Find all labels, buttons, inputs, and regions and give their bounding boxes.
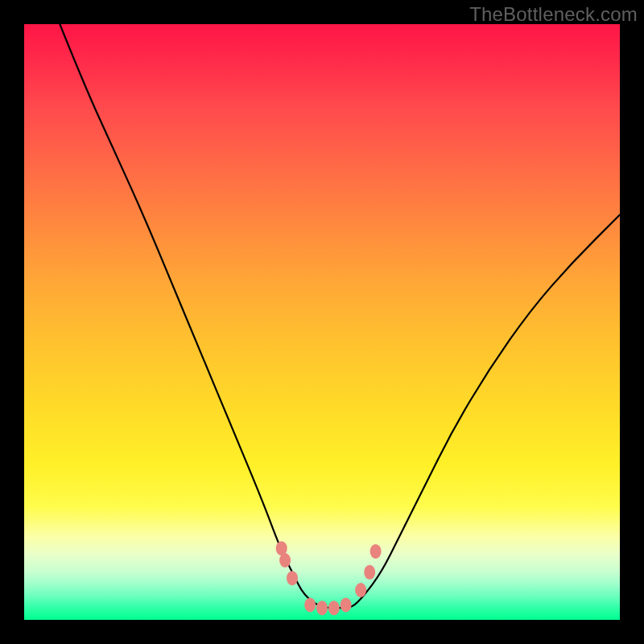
plot-area xyxy=(24,24,620,620)
curve-marker xyxy=(287,571,298,585)
curve-marker xyxy=(341,598,352,613)
curve-markers xyxy=(276,541,382,615)
curve-marker xyxy=(370,544,382,559)
curve-marker xyxy=(316,601,328,615)
curve-svg xyxy=(24,24,620,620)
curve-marker xyxy=(364,565,375,580)
watermark-text: TheBottleneck.com xyxy=(469,3,638,26)
chart-frame: TheBottleneck.com xyxy=(0,0,644,644)
bottleneck-curve-line xyxy=(60,24,620,608)
curve-marker xyxy=(355,583,366,597)
curve-marker xyxy=(328,601,340,615)
curve-marker xyxy=(304,598,316,613)
curve-marker xyxy=(279,553,291,568)
